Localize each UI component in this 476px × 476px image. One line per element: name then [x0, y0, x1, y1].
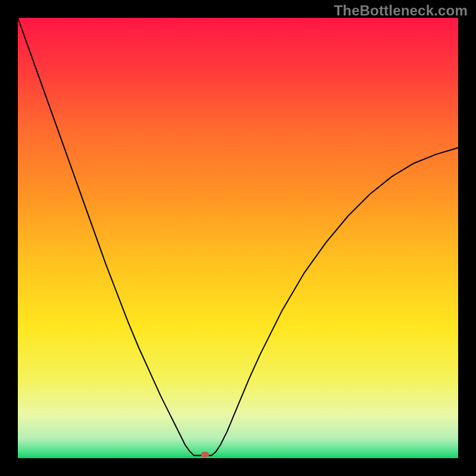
gradient-background [18, 18, 458, 458]
bottleneck-chart [0, 0, 476, 476]
watermark-text: TheBottleneck.com [334, 2, 468, 19]
optimal-point-marker [201, 452, 209, 458]
chart-frame: TheBottleneck.com [0, 0, 476, 476]
